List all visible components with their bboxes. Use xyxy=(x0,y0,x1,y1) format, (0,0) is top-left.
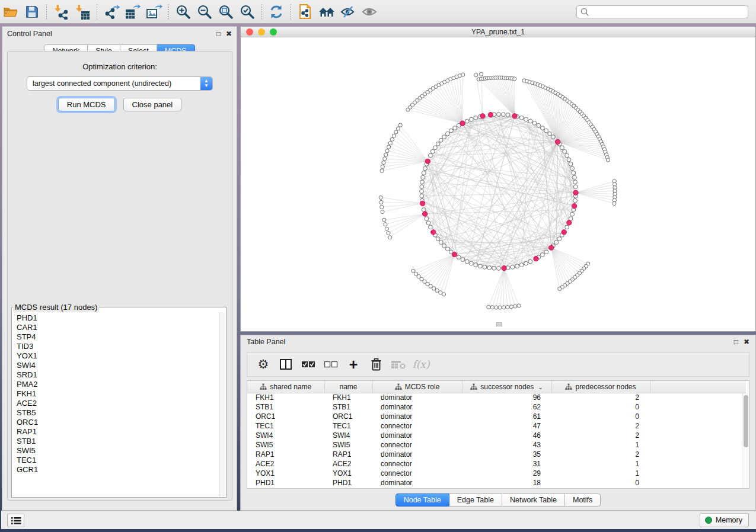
mcds-result-item[interactable]: STB1 xyxy=(17,437,219,446)
column-header-shared-name[interactable]: shared name xyxy=(247,381,324,393)
open-file-button[interactable] xyxy=(0,2,21,21)
export-network-button[interactable] xyxy=(101,2,122,21)
import-network-icon xyxy=(53,4,69,20)
table-row[interactable]: RAP1RAP1dominator352 xyxy=(247,450,746,459)
mcds-result-item[interactable]: ACE2 xyxy=(17,399,219,408)
unchecked-boxes-icon xyxy=(324,360,338,369)
search-box[interactable] xyxy=(576,5,748,18)
destroy-table-button[interactable] xyxy=(388,355,409,374)
eye-icon xyxy=(361,5,378,19)
zoom-fit-icon xyxy=(218,4,234,20)
mcds-result-item[interactable]: ORC1 xyxy=(17,418,219,427)
status-bar: Memory xyxy=(1,511,756,529)
minimize-window-icon[interactable] xyxy=(258,28,265,36)
mcds-result-item[interactable]: STP4 xyxy=(17,332,219,342)
mcds-result-item[interactable]: TEC1 xyxy=(17,456,219,465)
search-input[interactable] xyxy=(590,8,748,16)
mcds-result-item[interactable]: PMA2 xyxy=(17,380,219,389)
hide-selected-button[interactable] xyxy=(337,2,359,21)
export-image-icon xyxy=(146,4,162,20)
tab-edge-table[interactable]: Edge Table xyxy=(449,493,502,507)
import-network-button[interactable] xyxy=(50,2,72,21)
table-scrollbar[interactable] xyxy=(742,393,749,488)
table-row[interactable]: YOX1YOX1connector291 xyxy=(247,469,746,478)
mcds-result-title: MCDS result (17 nodes) xyxy=(13,303,99,312)
close-panel-icon[interactable]: ✖ xyxy=(226,30,232,38)
table-scrollbar-thumb[interactable] xyxy=(744,395,748,447)
unselect-all-columns-button[interactable] xyxy=(321,355,341,374)
mcds-result-box: MCDS result (17 nodes) PHD1CAR1STP4TID3Y… xyxy=(11,303,227,498)
table-options-button[interactable]: ⚙ xyxy=(253,355,273,374)
zoom-selected-icon xyxy=(240,4,255,20)
export-image-button[interactable] xyxy=(143,2,165,21)
optimization-criterion-select[interactable]: largest connected component (undirected)… xyxy=(27,76,213,91)
tab-motifs[interactable]: Motifs xyxy=(565,493,601,507)
table-body: FKH1FKH1dominator962STB1STB1dominator620… xyxy=(247,393,746,488)
network-window-titlebar[interactable]: YPA_prune.txt_1 xyxy=(241,27,755,37)
open-folder-icon xyxy=(3,5,18,19)
run-mcds-button[interactable]: Run MCDS xyxy=(58,98,115,111)
table-row[interactable]: TEC1TEC1connector472 xyxy=(247,421,746,431)
float-panel-icon[interactable]: □ xyxy=(216,30,221,38)
zoom-selected-button[interactable] xyxy=(237,2,258,21)
maximize-window-icon[interactable] xyxy=(270,28,277,36)
table-row[interactable]: SWI5SWI5connector431 xyxy=(247,440,746,450)
save-session-button[interactable] xyxy=(21,2,43,21)
first-neighbors-button[interactable] xyxy=(316,2,337,21)
mcds-result-item[interactable]: STB5 xyxy=(17,408,219,418)
mcds-result-item[interactable]: SWI5 xyxy=(17,446,219,456)
mcds-result-item[interactable]: FKH1 xyxy=(17,389,219,399)
mcds-result-item[interactable]: YOX1 xyxy=(17,351,219,361)
zoom-in-button[interactable] xyxy=(173,2,194,21)
create-column-button[interactable]: + xyxy=(343,355,363,374)
show-all-button[interactable] xyxy=(359,2,380,21)
table-row[interactable]: ACE2ACE2connector311 xyxy=(247,459,746,469)
mcds-result-item[interactable]: GCR1 xyxy=(17,465,219,475)
mcds-result-item[interactable]: CAR1 xyxy=(17,323,219,332)
table-row[interactable]: PHD1PHD1dominator180 xyxy=(247,478,746,488)
new-network-from-selection-button[interactable] xyxy=(295,2,316,21)
mcds-result-list[interactable]: PHD1CAR1STP4TID3YOX1SWI4SRD1PMA2FKH1ACE2… xyxy=(12,312,219,496)
export-table-icon xyxy=(125,4,141,20)
mcds-result-item[interactable]: SWI4 xyxy=(17,361,219,370)
table-row[interactable]: ORC1ORC1dominator610 xyxy=(247,412,746,421)
table-row[interactable]: FKH1FKH1dominator962 xyxy=(247,393,746,402)
close-panel-button[interactable]: Close panel xyxy=(123,98,182,111)
mcds-result-item[interactable]: PHD1 xyxy=(17,313,219,323)
select-all-columns-button[interactable] xyxy=(298,355,318,374)
float-panel-icon[interactable]: □ xyxy=(734,338,738,346)
column-header-predecessor-nodes[interactable]: predecessor nodes xyxy=(551,381,650,393)
import-table-button[interactable] xyxy=(72,2,93,21)
function-builder-button[interactable]: f(x) xyxy=(411,355,431,374)
zoom-fit-button[interactable] xyxy=(215,2,237,21)
table-row[interactable]: SWI4SWI4dominator462 xyxy=(247,431,746,440)
column-header-MCDS-role[interactable]: MCDS role xyxy=(372,381,462,393)
show-columns-button[interactable] xyxy=(276,355,296,374)
delete-columns-button[interactable] xyxy=(366,355,386,374)
close-window-icon[interactable] xyxy=(246,28,253,36)
optimization-criterion-label: Optimization criterion: xyxy=(8,62,232,71)
show-task-history-button[interactable] xyxy=(7,514,24,527)
tab-network-table[interactable]: Network Table xyxy=(502,493,565,507)
table-panel-tabs: Node TableEdge TableNetwork TableMotifs xyxy=(241,493,755,507)
network-canvas[interactable] xyxy=(241,37,755,331)
table-row[interactable]: STB1STB1dominator620 xyxy=(247,402,746,412)
zoom-out-button[interactable] xyxy=(194,2,215,21)
refresh-button[interactable] xyxy=(266,2,287,21)
tab-node-table[interactable]: Node Table xyxy=(395,493,449,507)
optimization-criterion-value: largest connected component (undirected) xyxy=(27,79,200,88)
close-panel-icon[interactable]: ✖ xyxy=(744,338,749,346)
toolbar-separator xyxy=(291,4,291,20)
toolbar-separator xyxy=(261,4,262,20)
function-icon: f(x) xyxy=(412,358,429,370)
mcds-result-item[interactable]: TID3 xyxy=(17,342,219,351)
column-header-name[interactable]: name xyxy=(324,381,372,393)
mcds-result-item[interactable]: SRD1 xyxy=(17,370,219,380)
mcds-result-scrollbar[interactable] xyxy=(219,312,225,496)
table-panel-title: Table Panel xyxy=(247,338,285,346)
export-table-button[interactable] xyxy=(122,2,143,21)
mcds-result-item[interactable]: RAP1 xyxy=(17,427,219,437)
column-header-successor-nodes[interactable]: successor nodes⌄ xyxy=(462,381,551,393)
splitter-handle[interactable] xyxy=(496,322,502,326)
memory-button[interactable]: Memory xyxy=(700,513,749,527)
